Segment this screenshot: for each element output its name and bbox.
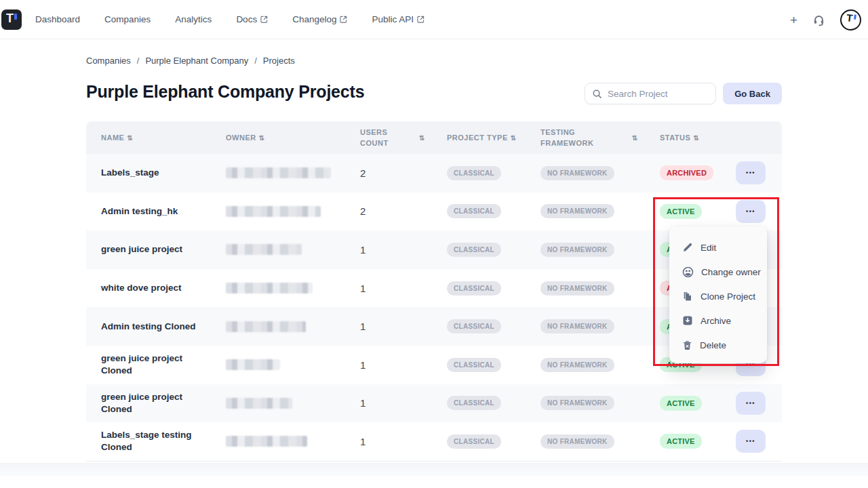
nav-item-companies[interactable]: Companies xyxy=(104,14,151,24)
menu-item-change-owner[interactable]: Change owner xyxy=(669,260,767,284)
project-name[interactable]: Admin testing_hk xyxy=(86,192,211,231)
breadcrumb-companies[interactable]: Companies xyxy=(86,56,131,66)
external-link-icon xyxy=(417,16,425,23)
page: T Dashboard Companies Analytics Docs Cha… xyxy=(0,0,868,488)
project-name[interactable]: green juice project Cloned xyxy=(86,384,211,423)
menu-item-label: Clone Project xyxy=(701,291,755,302)
table-row: Admin testing_hk 2 CLASSICAL NO FRAMEWOR… xyxy=(86,192,782,231)
search-input[interactable] xyxy=(608,89,703,99)
sort-icon[interactable]: ⇅ xyxy=(632,133,638,143)
brand-logo[interactable]: T xyxy=(1,9,22,30)
project-name[interactable]: green juice project Cloned xyxy=(86,346,211,384)
menu-item-delete[interactable]: Delete xyxy=(669,333,767,357)
owner-redacted xyxy=(226,283,313,293)
menu-item-archive[interactable]: Archive xyxy=(669,308,767,333)
owner-redacted xyxy=(226,321,306,332)
users-count: 1 xyxy=(345,346,432,384)
menu-item-clone-project[interactable]: Clone Project xyxy=(669,284,767,308)
status-cell: ACTIVE xyxy=(645,384,721,423)
nav-item-changelog[interactable]: Changelog xyxy=(292,14,347,24)
project-type-cell: CLASSICAL xyxy=(432,346,526,384)
avatar-tick-icon xyxy=(854,14,856,19)
breadcrumb-projects[interactable]: Projects xyxy=(263,56,295,66)
project-type-badge: CLASSICAL xyxy=(447,281,501,296)
owner-cell xyxy=(211,192,345,231)
menu-item-label: Change owner xyxy=(701,267,761,277)
actions-cell: ••• xyxy=(721,384,782,423)
owner-cell xyxy=(211,154,345,192)
status-cell: ARCHIVED xyxy=(645,154,721,192)
project-type-badge: CLASSICAL xyxy=(447,319,501,333)
column-header-owner[interactable]: OWNER⇅ xyxy=(211,121,345,154)
nav-label: Changelog xyxy=(292,14,336,24)
testing-framework-cell: NO FRAMEWORK xyxy=(526,422,645,461)
avatar-letter: T xyxy=(846,12,853,24)
user-avatar[interactable]: T xyxy=(839,8,862,31)
testing-framework-cell: NO FRAMEWORK xyxy=(526,307,645,346)
support-icon[interactable] xyxy=(812,14,825,26)
top-nav: T Dashboard Companies Analytics Docs Cha… xyxy=(0,0,868,39)
sort-icon[interactable]: ⇅ xyxy=(693,133,699,143)
users-count: 1 xyxy=(345,307,432,346)
add-button[interactable]: + xyxy=(790,14,797,26)
owner-redacted xyxy=(226,206,321,217)
sort-icon[interactable]: ⇅ xyxy=(127,133,133,143)
column-header-actions xyxy=(721,121,782,154)
table-row: Labels_stage testing Cloned 1 CLASSICAL … xyxy=(86,422,782,461)
users-count: 1 xyxy=(345,269,432,308)
column-header-testing-framework[interactable]: TESTING FRAMEWORK⇅ xyxy=(526,121,645,154)
owner-cell xyxy=(211,346,345,384)
column-header-status[interactable]: STATUS⇅ xyxy=(645,121,721,154)
nav-item-public-api[interactable]: Public API xyxy=(372,14,425,24)
nav-item-docs[interactable]: Docs xyxy=(236,14,268,24)
breadcrumb-company[interactable]: Purple Elephant Company xyxy=(145,56,248,66)
testing-framework-cell: NO FRAMEWORK xyxy=(526,192,645,231)
column-header-project-type[interactable]: PROJECT TYPE⇅ xyxy=(432,121,526,154)
row-actions-button[interactable]: ••• xyxy=(736,200,766,223)
row-actions-button[interactable]: ••• xyxy=(736,161,766,184)
sort-icon[interactable]: ⇅ xyxy=(511,133,517,143)
testing-framework-cell: NO FRAMEWORK xyxy=(526,269,645,308)
project-name[interactable]: Labels_stage testing Cloned xyxy=(86,422,211,461)
testing-framework-cell: NO FRAMEWORK xyxy=(526,230,645,269)
project-name[interactable]: Labels_stage xyxy=(86,154,211,192)
project-name[interactable]: Admin testing Cloned xyxy=(86,307,211,346)
clone-icon xyxy=(682,291,693,302)
project-type-badge: CLASSICAL xyxy=(447,243,501,257)
testing-framework-badge: NO FRAMEWORK xyxy=(540,243,614,257)
project-type-badge: CLASSICAL xyxy=(447,204,501,218)
project-type-cell: CLASSICAL xyxy=(432,307,526,346)
testing-framework-badge: NO FRAMEWORK xyxy=(540,358,614,372)
testing-framework-badge: NO FRAMEWORK xyxy=(540,396,614,410)
row-actions-button[interactable]: ••• xyxy=(736,392,766,415)
row-actions-button[interactable]: ••• xyxy=(736,430,766,453)
status-badge: ACTIVE xyxy=(660,434,702,449)
column-header-users-count[interactable]: USERS COUNT⇅ xyxy=(345,121,432,154)
owner-redacted xyxy=(226,244,302,255)
status-badge: ACTIVE xyxy=(660,396,702,411)
project-name[interactable]: green juice project xyxy=(86,230,211,269)
nav-label: Public API xyxy=(372,14,414,24)
pencil-icon xyxy=(682,242,693,253)
owner-redacted xyxy=(226,167,331,178)
nav-item-dashboard[interactable]: Dashboard xyxy=(35,14,80,24)
status-cell: ACTIVE xyxy=(645,422,721,461)
status-cell: ACTIVE xyxy=(645,192,721,231)
menu-item-edit[interactable]: Edit xyxy=(669,235,767,260)
testing-framework-badge: NO FRAMEWORK xyxy=(540,434,614,449)
delete-icon xyxy=(682,340,692,350)
sort-icon[interactable]: ⇅ xyxy=(259,133,265,143)
project-type-badge: CLASSICAL xyxy=(447,396,501,410)
testing-framework-cell: NO FRAMEWORK xyxy=(526,384,645,423)
nav-right: + T xyxy=(790,0,861,39)
project-type-cell: CLASSICAL xyxy=(432,384,526,423)
sort-icon[interactable]: ⇅ xyxy=(419,133,425,143)
column-header-name[interactable]: NAME⇅ xyxy=(86,121,211,154)
status-badge: ARCHIVED xyxy=(660,165,713,180)
menu-item-label: Delete xyxy=(700,340,726,350)
project-name[interactable]: white dove project xyxy=(86,269,211,308)
footer-band xyxy=(0,463,868,476)
nav-item-analytics[interactable]: Analytics xyxy=(175,14,212,24)
brand-tick-icon xyxy=(14,14,17,20)
go-back-button[interactable]: Go Back xyxy=(723,83,782,104)
